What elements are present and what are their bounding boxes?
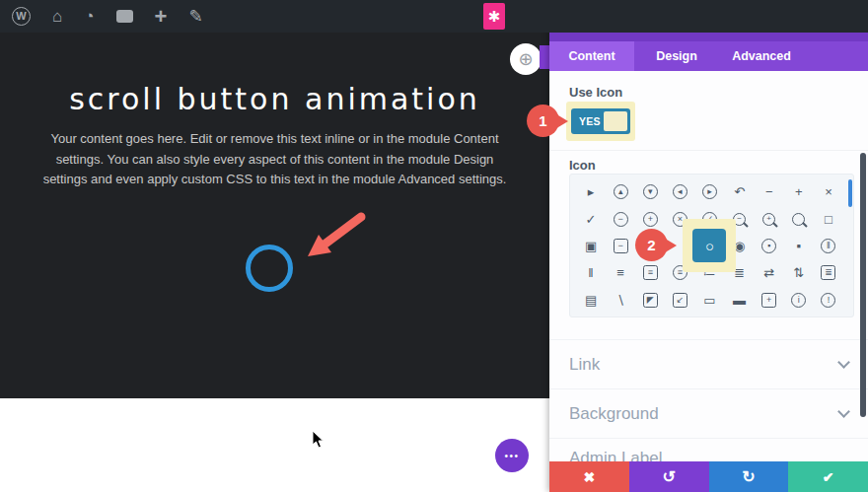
selected-circle-icon[interactable]: ○ xyxy=(692,229,726,262)
divi-visual-builder: W ⌂ ◔ + ✎ ✱ scroll button animation Your… xyxy=(0,0,868,492)
icon-grid-cell[interactable]: ✓ xyxy=(576,205,606,232)
icon-glyph: ≡ xyxy=(643,265,658,280)
settings-tabs: Content Design Advanced xyxy=(549,41,868,71)
page-preview-canvas: scroll button animation Your content goe… xyxy=(0,33,549,398)
icon-grid-cell[interactable]: ∖ xyxy=(606,287,635,314)
section-link[interactable]: Link xyxy=(549,339,868,388)
icon-grid-cell[interactable]: ▸ xyxy=(694,178,724,205)
edit-pencil-icon[interactable]: ✎ xyxy=(188,8,202,25)
icon-grid-cell[interactable]: ≡ xyxy=(635,259,665,286)
icon-grid-cell[interactable]: ◤ xyxy=(635,287,665,314)
icon-grid-cell[interactable]: − xyxy=(755,178,784,205)
tab-content[interactable]: Content xyxy=(549,41,634,71)
icon-glyph: ⇅ xyxy=(793,266,804,279)
icon-grid-cell[interactable] xyxy=(784,205,814,232)
icon-glyph: ◂ xyxy=(673,184,687,199)
icon-grid-cell[interactable]: ≣ xyxy=(814,259,843,286)
callout-pin-1: 1 xyxy=(527,105,559,137)
save-button[interactable]: ✔ xyxy=(788,461,868,492)
icon-grid-cell[interactable]: × xyxy=(814,178,843,205)
discard-button[interactable]: ✖ xyxy=(549,461,629,492)
tab-design[interactable]: Design xyxy=(634,41,719,71)
comments-icon[interactable] xyxy=(116,10,133,23)
icon-glyph: + xyxy=(643,212,658,227)
wordpress-logo-icon[interactable]: W xyxy=(12,7,31,26)
redo-button[interactable]: ↻ xyxy=(709,461,789,492)
icon-grid-cell[interactable]: □ xyxy=(814,205,843,232)
section-divider xyxy=(549,150,868,151)
icon-grid-cell[interactable]: ↙ xyxy=(665,287,694,314)
icon-glyph: + xyxy=(761,293,776,308)
icon-glyph: ▸ xyxy=(702,184,717,199)
icon-glyph: ▣ xyxy=(585,240,597,252)
icon-grid-cell[interactable]: ⇅ xyxy=(784,259,814,286)
icon-grid-cell[interactable]: ▤ xyxy=(576,287,606,314)
icon-grid-cell[interactable]: + xyxy=(784,178,814,205)
panel-footer: ✖ ↺ ↻ ✔ xyxy=(549,461,868,492)
icon-glyph: ▬ xyxy=(733,294,746,307)
icon-grid-cell[interactable]: ▣ xyxy=(576,233,606,259)
check-icon: ✔ xyxy=(823,469,834,485)
icon-grid-cell[interactable]: ▬ xyxy=(725,287,755,314)
panel-scrollbar[interactable] xyxy=(860,153,866,417)
icon-grid-cell[interactable]: ≡ xyxy=(606,259,635,286)
icon-glyph: ▾ xyxy=(643,184,658,199)
icon-grid-cell[interactable]: ▾ xyxy=(635,178,665,205)
icon-grid-cell[interactable]: ▭ xyxy=(694,287,724,314)
blurb-settings-panel: Blurb Settings ⊡ ◫ ⋮ Content Design Adva… xyxy=(549,0,868,492)
selected-icon-cell[interactable]: ○ xyxy=(694,233,724,259)
blurb-title[interactable]: scroll button animation xyxy=(0,82,549,116)
icon-glyph: ○ xyxy=(705,239,714,253)
annotation-arrow xyxy=(296,209,375,268)
toggle-knob[interactable] xyxy=(604,111,627,131)
icon-glyph: ▭ xyxy=(703,294,715,307)
icon-grid-cell[interactable]: ▪ xyxy=(784,233,814,259)
dashboard-gauge-icon[interactable]: ◔ xyxy=(84,8,94,25)
icon-glyph: □ xyxy=(825,213,832,226)
icon-grid-cell[interactable]: ⇄ xyxy=(755,259,784,286)
icon-grid-cell[interactable]: ! xyxy=(814,287,843,314)
divi-builder-badge[interactable]: ✱ xyxy=(483,3,505,30)
icon-glyph: ≡ xyxy=(616,266,624,279)
my-sites-icon[interactable]: ⌂ xyxy=(52,8,62,25)
globe-icon: ⊕ xyxy=(518,48,533,70)
icon-glyph: − xyxy=(614,239,628,253)
icon-glyph: ▤ xyxy=(585,294,597,307)
icon-grid-cell[interactable]: ▸ xyxy=(576,178,606,205)
mouse-cursor xyxy=(312,430,326,450)
tab-advanced[interactable]: Advanced xyxy=(719,41,804,71)
icon-grid-cell[interactable]: ▴ xyxy=(606,178,635,205)
wp-admin-bar: W ⌂ ◔ + ✎ ✱ xyxy=(0,0,868,33)
callout-2-number: 2 xyxy=(647,237,655,253)
icon-grid-cell[interactable]: + xyxy=(755,205,784,232)
icon-glyph xyxy=(792,213,805,226)
icon-grid-cell[interactable]: ▪ xyxy=(755,233,784,259)
new-content-icon[interactable]: + xyxy=(155,6,168,28)
expand-settings-button[interactable]: ••• xyxy=(495,439,529,472)
callout-pin-2: 2 xyxy=(635,229,668,261)
icon-grid-cell[interactable]: − xyxy=(606,205,635,232)
page-settings-globe-button[interactable]: ⊕ xyxy=(510,43,542,75)
icon-grid-cell[interactable]: ◂ xyxy=(665,178,694,205)
icon-glyph: ! xyxy=(821,293,835,308)
undo-button[interactable]: ↺ xyxy=(629,461,709,492)
icon-glyph: ▪ xyxy=(761,239,776,253)
icon-grid-cell[interactable]: ‖ xyxy=(814,233,843,259)
callout-1-number: 1 xyxy=(539,112,546,129)
icon-glyph: ▪ xyxy=(797,240,802,252)
icon-grid-cell[interactable]: ↶ xyxy=(725,178,755,205)
use-icon-toggle[interactable]: YES xyxy=(571,108,630,134)
icon-grid-cell[interactable]: i xyxy=(784,287,814,314)
icon-glyph: ▴ xyxy=(614,184,628,199)
icon-glyph: + xyxy=(795,185,803,198)
icon-grid-cell[interactable]: ‖ xyxy=(576,259,606,286)
blurb-body-text[interactable]: Your content goes here. Edit or remove t… xyxy=(37,129,513,190)
icon-glyph: ↶ xyxy=(734,185,745,198)
chevron-down-icon xyxy=(837,405,850,418)
section-background[interactable]: Background xyxy=(549,388,868,438)
icon-grid-cell[interactable]: − xyxy=(606,233,635,259)
icon-grid-cell[interactable]: + xyxy=(755,287,784,314)
icon-grid-scrollbar[interactable] xyxy=(848,179,852,207)
blurb-circle-icon[interactable] xyxy=(246,245,293,292)
toggle-value: YES xyxy=(579,115,601,127)
